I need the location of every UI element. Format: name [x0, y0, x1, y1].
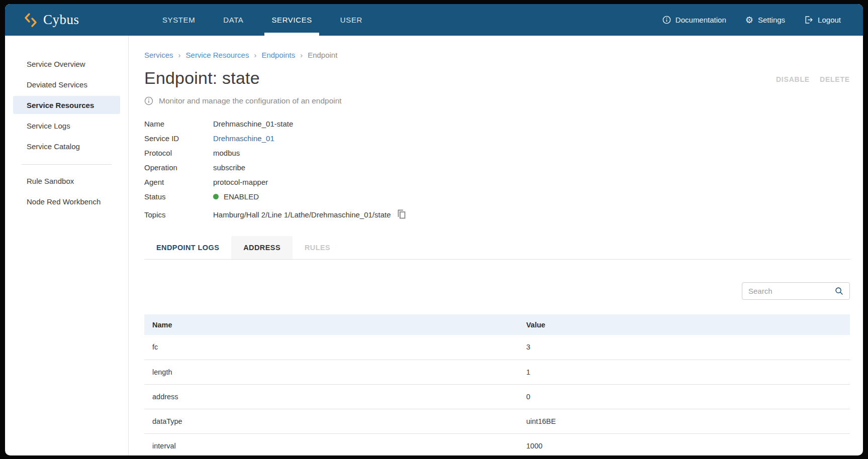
- documentation-label: Documentation: [676, 16, 726, 24]
- page-title: Endpoint: state: [144, 68, 260, 88]
- cell-value: 1000: [518, 433, 850, 455]
- sidebar-item-service-catalog[interactable]: Service Catalog: [13, 137, 120, 155]
- detail-label: Protocol: [144, 149, 213, 157]
- cell-value: 3: [518, 335, 850, 360]
- search-box: [742, 282, 850, 300]
- chevron-right-icon: [300, 51, 303, 59]
- copy-topic-button[interactable]: [396, 208, 407, 220]
- settings-button[interactable]: ⚙ Settings: [745, 16, 785, 25]
- sidebar-item-rule-sandbox[interactable]: Rule Sandbox: [13, 172, 120, 190]
- tab-endpoint-logs[interactable]: ENDPOINT LOGS: [144, 236, 231, 259]
- logout-icon: [804, 16, 813, 24]
- nav-tab-user[interactable]: USER: [326, 4, 376, 36]
- address-table: Name Value fc 3 length 1 address: [144, 314, 850, 455]
- status-enabled-dot: [213, 194, 219, 199]
- detail-label: Service ID: [144, 134, 213, 143]
- cell-value: 0: [518, 384, 850, 409]
- chevron-right-icon: [254, 51, 256, 59]
- cell-name: fc: [144, 335, 518, 360]
- breadcrumb-service-resources[interactable]: Service Resources: [186, 51, 249, 59]
- sidebar-item-service-logs[interactable]: Service Logs: [13, 117, 120, 135]
- detail-tabs: ENDPOINT LOGS ADDRESS RULES: [144, 236, 850, 260]
- cell-name: length: [144, 360, 518, 384]
- top-navbar: Cybus SYSTEM DATA SERVICES USER Document…: [5, 4, 863, 36]
- detail-row-agent: Agent protocol-mapper: [144, 175, 850, 189]
- detail-row-topics: Topics Hamburg/Hall 2/Line 1/Lathe/Drehm…: [144, 206, 850, 223]
- detail-row-protocol: Protocol modbus: [144, 146, 850, 160]
- cell-name: interval: [144, 433, 518, 455]
- detail-label: Name: [144, 120, 213, 128]
- detail-label: Status: [144, 192, 213, 201]
- detail-row-name: Name Drehmaschine_01-state: [144, 117, 850, 131]
- cybus-logo-icon: [24, 13, 37, 28]
- main-nav: SYSTEM DATA SERVICES USER: [148, 4, 376, 36]
- chevron-right-icon: [178, 51, 181, 59]
- table-row[interactable]: fc 3: [144, 335, 850, 360]
- detail-label: Topics: [144, 210, 213, 219]
- info-icon: [144, 96, 153, 105]
- main-content: Services Service Resources Endpoints End…: [129, 36, 863, 455]
- table-row[interactable]: address 0: [144, 384, 850, 409]
- cell-name: dataType: [144, 409, 518, 433]
- detail-row-operation: Operation subscribe: [144, 160, 850, 175]
- detail-label: Operation: [144, 163, 213, 172]
- detail-label: Agent: [144, 178, 213, 186]
- table-row[interactable]: dataType uint16BE: [144, 409, 850, 433]
- topics-value: Hamburg/Hall 2/Line 1/Lathe/Drehmaschine…: [213, 210, 391, 219]
- tab-rules: RULES: [293, 236, 342, 259]
- info-icon: [662, 16, 671, 24]
- navbar-actions: Documentation ⚙ Settings Logout: [662, 4, 863, 36]
- tab-address[interactable]: ADDRESS: [231, 236, 293, 259]
- status-badge: ENABLED: [224, 192, 259, 201]
- brand[interactable]: Cybus: [5, 4, 108, 36]
- nav-tab-services[interactable]: SERVICES: [257, 4, 326, 36]
- column-header-value: Value: [518, 314, 850, 335]
- sidebar: Service Overview Deviated Services Servi…: [5, 36, 129, 455]
- logout-button[interactable]: Logout: [804, 16, 841, 24]
- disable-button[interactable]: DISABLE: [776, 75, 810, 83]
- nav-tab-system[interactable]: SYSTEM: [148, 4, 209, 36]
- detail-value: Drehmaschine_01-state: [213, 120, 293, 128]
- sidebar-divider: [22, 164, 112, 165]
- table-header-row: Name Value: [144, 314, 850, 335]
- documentation-button[interactable]: Documentation: [662, 16, 726, 24]
- breadcrumb-endpoints[interactable]: Endpoints: [261, 51, 295, 59]
- endpoint-details: Name Drehmaschine_01-state Service ID Dr…: [144, 117, 850, 223]
- table-row[interactable]: length 1: [144, 360, 850, 384]
- delete-button[interactable]: DELETE: [820, 75, 850, 83]
- detail-row-service-id: Service ID Drehmaschine_01: [144, 131, 850, 146]
- cell-value: 1: [518, 360, 850, 384]
- detail-row-status: Status ENABLED: [144, 189, 850, 204]
- app-window: Cybus SYSTEM DATA SERVICES USER Document…: [5, 4, 863, 455]
- search-icon[interactable]: [835, 287, 843, 295]
- service-id-link[interactable]: Drehmaschine_01: [213, 134, 274, 143]
- settings-label: Settings: [758, 16, 785, 24]
- search-input[interactable]: [748, 287, 831, 295]
- nav-tab-data[interactable]: DATA: [209, 4, 257, 36]
- logout-label: Logout: [818, 16, 841, 24]
- page-subtitle: Monitor and manage the configuration of …: [159, 96, 342, 105]
- detail-value: protocol-mapper: [213, 178, 268, 186]
- breadcrumb: Services Service Resources Endpoints End…: [144, 51, 850, 59]
- column-header-name: Name: [144, 314, 518, 335]
- breadcrumb-endpoint: Endpoint: [308, 51, 337, 59]
- sidebar-item-service-resources[interactable]: Service Resources: [13, 96, 120, 114]
- sidebar-item-service-overview[interactable]: Service Overview: [13, 55, 120, 73]
- sidebar-item-deviated-services[interactable]: Deviated Services: [13, 75, 120, 93]
- detail-value: subscribe: [213, 163, 245, 172]
- table-row[interactable]: interval 1000: [144, 433, 850, 455]
- detail-value: modbus: [213, 149, 240, 157]
- cell-name: address: [144, 384, 518, 409]
- cell-value: uint16BE: [518, 409, 850, 433]
- breadcrumb-services[interactable]: Services: [144, 51, 173, 59]
- gear-icon: ⚙: [745, 16, 753, 25]
- copy-icon: [396, 208, 407, 220]
- brand-name: Cybus: [43, 12, 79, 28]
- sidebar-item-node-red-workbench[interactable]: Node Red Workbench: [13, 192, 120, 210]
